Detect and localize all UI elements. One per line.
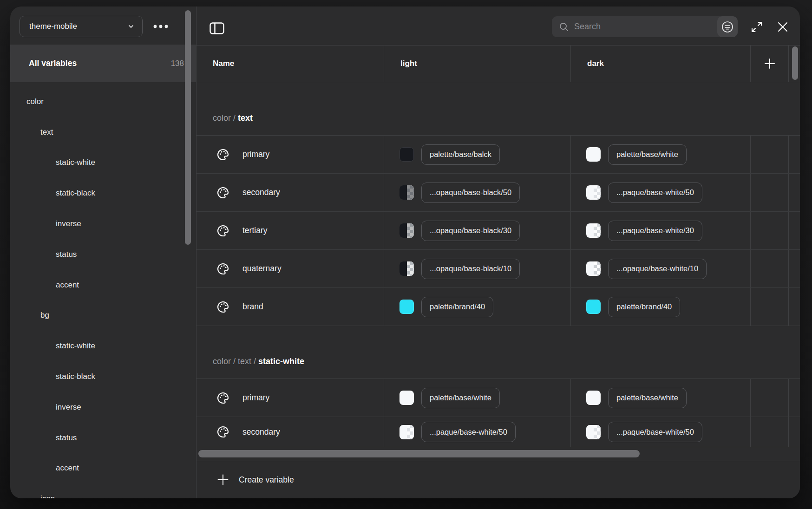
- variables-modal: theme-mobile All variables 138 color tex…: [10, 7, 800, 498]
- color-swatch[interactable]: [399, 223, 414, 238]
- more-options-button[interactable]: [151, 18, 170, 35]
- variable-name: brand: [242, 302, 263, 312]
- alias-chip[interactable]: ...paque/base-white/50: [421, 422, 516, 442]
- color-swatch[interactable]: [399, 300, 414, 314]
- sidebar-item-all-variables[interactable]: All variables 138: [10, 45, 196, 82]
- tree-item-color[interactable]: color: [10, 86, 196, 117]
- palette-icon: [216, 300, 230, 314]
- variable-row-tertiary[interactable]: tertiary ...opaque/base-black/30 ...paqu…: [196, 212, 800, 250]
- expand-icon: [750, 20, 764, 34]
- search-field: [552, 16, 738, 37]
- alias-chip[interactable]: ...opaque/base-black/30: [421, 221, 520, 241]
- expand-button[interactable]: [748, 19, 765, 35]
- chevron-down-icon: [127, 23, 135, 30]
- alias-chip[interactable]: palette/base/white: [608, 388, 687, 408]
- palette-icon: [216, 186, 230, 200]
- color-swatch[interactable]: [399, 425, 414, 439]
- alias-chip[interactable]: palette/brand/40: [421, 297, 493, 317]
- table-header-row: Name light dark: [196, 45, 800, 82]
- color-swatch[interactable]: [586, 261, 601, 276]
- footer-bar: Create variable: [196, 461, 800, 498]
- tree-item-bg[interactable]: bg: [10, 300, 196, 331]
- close-button[interactable]: [774, 19, 791, 35]
- tree-item-status[interactable]: status: [10, 423, 196, 453]
- group-title: static-white: [258, 357, 304, 366]
- sidebar-panel-icon: [210, 22, 224, 34]
- tree-item-status[interactable]: status: [10, 239, 196, 270]
- color-swatch[interactable]: [399, 147, 414, 162]
- collection-dropdown[interactable]: theme-mobile: [20, 16, 143, 37]
- all-variables-count: 138: [171, 59, 184, 68]
- alias-chip[interactable]: ...opaque/base-black/50: [421, 183, 520, 203]
- filter-button[interactable]: [717, 16, 738, 37]
- group-header-color-text-static-white: color / text / static-white: [196, 326, 800, 379]
- column-header-light[interactable]: light: [384, 46, 571, 82]
- group-title: text: [238, 113, 253, 123]
- palette-icon: [216, 425, 230, 439]
- tree-item-inverse[interactable]: inverse: [10, 392, 196, 423]
- alias-chip[interactable]: ...opaque/base-white/10: [608, 259, 707, 279]
- search-input[interactable]: [570, 22, 738, 32]
- column-header-dark[interactable]: dark: [571, 46, 751, 82]
- vertical-scrollbar[interactable]: [792, 46, 798, 80]
- group-breadcrumb: color /: [213, 113, 236, 123]
- alias-chip[interactable]: palette/base/white: [421, 388, 500, 408]
- group-header-color-text: color / text: [196, 82, 800, 136]
- ellipsis-icon: [153, 25, 169, 28]
- color-swatch[interactable]: [586, 425, 601, 439]
- color-swatch[interactable]: [399, 261, 414, 276]
- palette-icon: [216, 262, 230, 276]
- variable-group-tree: color text static-white static-black inv…: [10, 82, 196, 498]
- alias-chip[interactable]: palette/brand/40: [608, 297, 680, 317]
- variable-row-quaternary[interactable]: quaternary ...opaque/base-black/10 ...op…: [196, 250, 800, 288]
- variable-row-secondary[interactable]: secondary ...opaque/base-black/50 ...paq…: [196, 174, 800, 212]
- sidebar: theme-mobile All variables 138 color tex…: [10, 7, 196, 498]
- horizontal-scrollbar[interactable]: [198, 450, 640, 457]
- color-swatch[interactable]: [586, 300, 601, 314]
- tree-item-inverse[interactable]: inverse: [10, 209, 196, 239]
- collection-dropdown-value: theme-mobile: [29, 22, 77, 31]
- tree-item-static-black[interactable]: static-black: [10, 178, 196, 209]
- filter-icon: [721, 20, 734, 33]
- color-swatch[interactable]: [586, 391, 601, 405]
- tree-item-static-white[interactable]: static-white: [10, 148, 196, 178]
- color-swatch[interactable]: [586, 147, 601, 162]
- sidebar-scrollbar[interactable]: [185, 10, 191, 245]
- variable-row-brand[interactable]: brand palette/brand/40 palette/brand/40: [196, 288, 800, 326]
- alias-chip[interactable]: ...opaque/base-black/10: [421, 259, 520, 279]
- variable-name: primary: [242, 393, 269, 403]
- sidebar-header: theme-mobile: [10, 7, 196, 45]
- variable-name: secondary: [242, 427, 280, 437]
- search-icon: [558, 21, 570, 33]
- main-topbar: [196, 7, 800, 45]
- tree-item-clipped[interactable]: icon: [10, 483, 196, 498]
- variable-row-secondary[interactable]: secondary ...paque/base-white/50 ...paqu…: [196, 417, 800, 447]
- variable-row-primary[interactable]: primary palette/base/white palette/base/…: [196, 379, 800, 417]
- horizontal-scroll-area: [196, 447, 800, 461]
- color-swatch[interactable]: [399, 185, 414, 200]
- variable-name: tertiary: [242, 226, 267, 235]
- alias-chip[interactable]: palette/base/balck: [421, 144, 500, 165]
- all-variables-label: All variables: [29, 59, 77, 68]
- tree-item-static-black[interactable]: static-black: [10, 361, 196, 392]
- tree-item-static-white[interactable]: static-white: [10, 331, 196, 361]
- color-swatch[interactable]: [399, 391, 414, 405]
- variable-name: primary: [242, 150, 269, 159]
- alias-chip[interactable]: ...paque/base-white/50: [608, 422, 702, 442]
- color-swatch[interactable]: [586, 185, 601, 200]
- add-mode-button[interactable]: [751, 46, 789, 82]
- tree-item-accent[interactable]: accent: [10, 453, 196, 484]
- toggle-sidebar-button[interactable]: [207, 21, 227, 36]
- alias-chip[interactable]: palette/base/white: [608, 144, 687, 165]
- tree-item-accent[interactable]: accent: [10, 270, 196, 300]
- variable-row-primary[interactable]: primary palette/base/balck palette/base/…: [196, 136, 800, 174]
- alias-chip[interactable]: ...paque/base-white/50: [608, 183, 702, 203]
- alias-chip[interactable]: ...paque/base-white/30: [608, 221, 702, 241]
- column-header-name: Name: [196, 46, 384, 82]
- tree-item-text[interactable]: text: [10, 117, 196, 148]
- create-variable-button[interactable]: [216, 473, 229, 486]
- group-breadcrumb: color / text /: [213, 357, 256, 366]
- color-swatch[interactable]: [586, 223, 601, 238]
- close-icon: [776, 20, 789, 33]
- variable-name: quaternary: [242, 264, 282, 274]
